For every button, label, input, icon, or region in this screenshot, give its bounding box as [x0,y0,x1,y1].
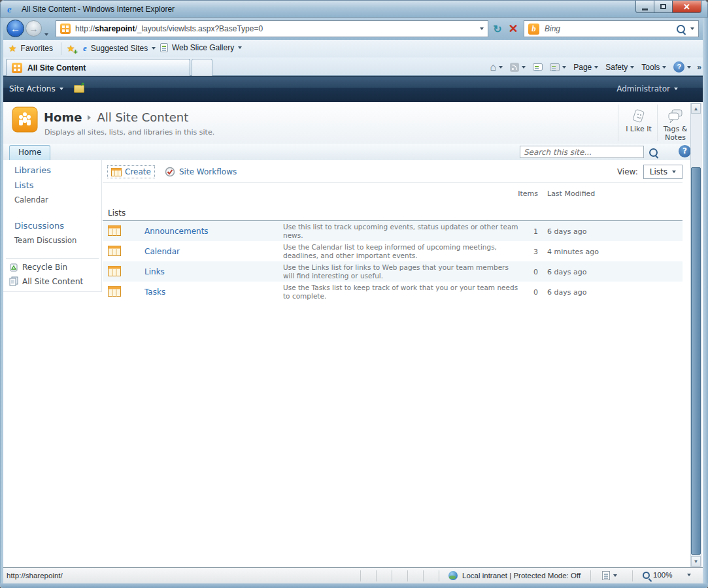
chevron-down-icon [662,66,666,69]
chevron-down-icon [562,66,566,69]
safety-menu[interactable]: Safety [604,61,635,73]
divider [423,570,424,581]
site-logo[interactable] [12,106,38,135]
list-toolbar: Create Site Workflows View: Lists [103,163,683,183]
divider [6,258,99,259]
sidebar-item-calendar[interactable]: Calendar [14,195,48,204]
group-header-lists[interactable]: Lists [108,208,126,218]
forward-button[interactable]: → [25,20,42,37]
search-options-icon[interactable] [690,27,694,30]
items-count: 0 [492,268,538,276]
divider [618,105,618,141]
add-favorite-button[interactable]: ★+ [67,43,75,54]
new-tab-button[interactable] [192,59,212,76]
chevron-down-icon [674,88,678,90]
site-workflows-icon [165,167,175,177]
back-button[interactable]: ← [7,20,24,37]
refresh-button[interactable]: ↻ [490,22,505,36]
ie-icon: e [83,43,87,54]
table-row: Tasks Use the Tasks list to keep track o… [103,282,683,302]
view-selector[interactable]: Lists [643,165,683,179]
tab-bar: All Site Content ⌂ Page Safety Tools ? » [1,57,707,76]
chevron-down-icon [672,171,676,173]
list-view-area: Create Site Workflows View: Lists [103,160,690,567]
search-box[interactable]: b Bing [524,20,699,37]
bing-icon: b [528,24,539,35]
print-button[interactable] [548,62,567,73]
vertical-scrollbar[interactable]: ▲ ▼ [690,103,701,567]
column-header-items[interactable]: Items [492,189,538,198]
sp-help-button[interactable]: ? [679,145,691,157]
title-bar[interactable]: e All Site Content - Windows Internet Ex… [0,0,708,18]
home-icon: ⌂ [490,63,497,72]
sidebar-item-team-discussion[interactable]: Team Discussion [14,236,76,245]
chevron-down-icon [238,46,242,49]
list-link[interactable]: Links [144,267,165,276]
browser-window: e All Site Content - Windows Internet Ex… [0,0,708,588]
suggested-sites-button[interactable]: e Suggested Sites [83,43,156,54]
address-dropdown-icon[interactable] [480,27,484,30]
page-title: All Site Content [97,110,188,124]
list-link[interactable]: Calendar [144,247,180,256]
printer-icon [550,63,560,71]
breadcrumb: Home All Site Content [44,110,188,124]
site-search-input[interactable] [520,146,644,158]
tools-menu[interactable]: Tools [640,61,667,73]
address-bar[interactable]: http://sharepoint/_layouts/viewlsts.aspx… [56,20,488,37]
search-icon[interactable] [677,25,685,33]
status-url: http://sharepoint/ [7,572,63,580]
status-bar: http://sharepoint/ Local intranet | Prot… [3,567,703,583]
page-menu[interactable]: Page [572,61,599,73]
window-border-bottom [0,583,708,588]
favorites-button[interactable]: ★ Favorites [8,43,53,54]
column-header-last-modified[interactable]: Last Modified [547,189,595,198]
create-button[interactable]: Create [107,165,155,178]
user-menu[interactable]: Administrator [616,84,678,93]
scroll-down-button[interactable]: ▼ [691,556,701,566]
site-favicon [60,24,71,34]
privacy-button[interactable] [602,571,617,580]
toolbar-overflow-button[interactable]: » [697,63,701,72]
minimize-button[interactable] [635,1,654,13]
site-actions-menu[interactable]: Site Actions [9,84,84,93]
window-border-left [0,18,3,583]
tab-home[interactable]: Home [9,145,50,160]
last-modified: 4 minutes ago [547,248,599,256]
command-bar: ⌂ Page Safety Tools ? » [489,60,701,74]
privacy-icon [602,571,610,580]
scroll-up-button[interactable]: ▲ [691,103,701,114]
sidebar-item-libraries[interactable]: Libraries [14,165,51,175]
site-workflows-button[interactable]: Site Workflows [165,167,237,177]
sidebar-item-lists[interactable]: Lists [14,180,34,190]
items-count: 1 [492,227,538,236]
url-text: http://sharepoint/_layouts/viewlsts.aspx… [75,24,263,33]
list-link[interactable]: Tasks [144,287,165,297]
divider [439,570,439,581]
browser-tab-active[interactable]: All Site Content [6,59,190,76]
favorites-label: Favorites [21,44,53,53]
list-link[interactable]: Announcements [144,227,209,236]
feeds-button[interactable] [509,61,527,73]
stop-icon: ✕ [508,22,518,36]
zoom-control[interactable]: 100% [643,571,691,579]
page-header: Home All Site Content Displays all sites… [3,102,690,144]
breadcrumb-home-link[interactable]: Home [44,110,82,124]
web-slice-gallery-button[interactable]: Web Slice Gallery [160,43,242,52]
home-button[interactable]: ⌂ [489,61,505,73]
close-button[interactable]: ✕ [672,1,701,13]
stop-button[interactable]: ✕ [505,22,521,36]
sidebar-item-recycle-bin[interactable]: Recycle Bin [9,263,67,272]
site-logo-icon [12,106,38,133]
navigate-up-icon[interactable] [74,85,84,93]
sidebar-item-discussions[interactable]: Discussions [14,221,64,231]
scrollbar-thumb[interactable] [691,167,701,555]
sidebar-item-all-site-content[interactable]: All Site Content [9,276,83,286]
history-dropdown[interactable] [44,27,48,39]
i-like-it-button[interactable]: I Like It [622,105,656,133]
tags-notes-button[interactable]: Tags & Notes [658,105,692,142]
site-search-button[interactable] [649,147,658,159]
maximize-button[interactable] [654,1,672,13]
view-label: View: [617,167,638,176]
help-button[interactable]: ? [672,60,692,74]
read-mail-button[interactable] [531,62,544,72]
